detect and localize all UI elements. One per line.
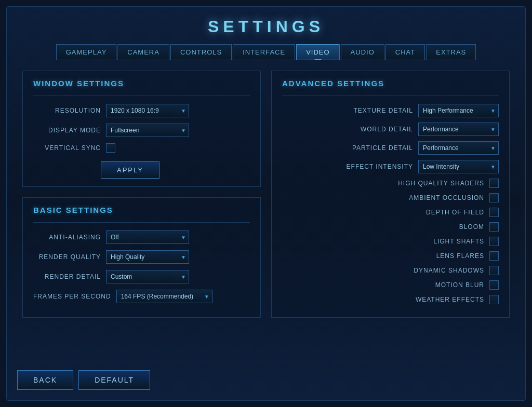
texture-detail-row: TEXTURE DETAIL High Performance xyxy=(282,104,499,117)
resolution-label: RESOLUTION xyxy=(33,107,101,114)
weather-effects-row: WEATHER EFFECTS xyxy=(282,295,499,304)
particle-detail-dropdown-wrapper: Performance xyxy=(418,141,499,155)
resolution-dropdown[interactable]: 1920 x 1080 16:9 xyxy=(106,104,189,117)
render-detail-row: RENDER DETAIL Custom xyxy=(33,270,250,283)
render-detail-dropdown-wrapper: Custom xyxy=(106,270,189,283)
dynamic-shadows-checkbox[interactable] xyxy=(489,266,499,275)
default-button[interactable]: DEFAULT xyxy=(78,370,150,390)
particle-detail-dropdown[interactable]: Performance xyxy=(418,141,499,155)
back-button[interactable]: BACK xyxy=(17,370,73,390)
bloom-label: BLOOM xyxy=(401,223,484,230)
left-panel: WINDOW SETTINGS RESOLUTION 1920 x 1080 1… xyxy=(22,71,261,318)
effect-intensity-dropdown[interactable]: Low Intensity xyxy=(418,160,499,173)
effect-intensity-dropdown-wrapper: Low Intensity xyxy=(418,160,499,173)
texture-detail-dropdown-wrapper: High Performance xyxy=(418,104,499,117)
fps-row: FRAMES PER SECOND 164 FPS (Recommended) xyxy=(33,290,250,303)
bloom-row: BLOOM xyxy=(282,222,499,232)
lens-flares-row: LENS FLARES xyxy=(282,251,499,261)
depth-of-field-label: DEPTH OF FIELD xyxy=(401,209,484,216)
apply-button[interactable]: APPLY xyxy=(101,161,159,179)
tab-controls[interactable]: CONTROLS xyxy=(170,44,232,60)
effect-intensity-label: EFFECT INTENSITY xyxy=(330,163,413,170)
vertical-sync-checkbox-wrapper xyxy=(106,143,115,153)
high-quality-shaders-checkbox[interactable] xyxy=(489,179,499,188)
depth-of-field-row: DEPTH OF FIELD xyxy=(282,208,499,217)
lens-flares-label: LENS FLARES xyxy=(401,252,484,260)
high-quality-shaders-row: HIGH QUALITY SHADERS xyxy=(282,179,499,188)
resolution-dropdown-wrapper: 1920 x 1080 16:9 xyxy=(106,104,189,117)
anti-aliasing-label: ANTI-ALIASING xyxy=(33,234,101,241)
effect-intensity-row: EFFECT INTENSITY Low Intensity xyxy=(282,160,499,173)
basic-settings-section: BASIC SETTINGS ANTI-ALIASING Off RENDER … xyxy=(22,197,261,318)
resolution-row: RESOLUTION 1920 x 1080 16:9 xyxy=(33,104,250,117)
ambient-occlusion-checkbox[interactable] xyxy=(489,193,499,202)
window-settings-section: WINDOW SETTINGS RESOLUTION 1920 x 1080 1… xyxy=(22,71,261,187)
weather-effects-checkbox[interactable] xyxy=(489,295,499,304)
content-area: WINDOW SETTINGS RESOLUTION 1920 x 1080 1… xyxy=(17,71,515,318)
render-quality-dropdown[interactable]: High Quality xyxy=(106,250,189,264)
lens-flares-checkbox[interactable] xyxy=(489,251,499,261)
anti-aliasing-dropdown[interactable]: Off xyxy=(106,230,189,244)
basic-settings-title: BASIC SETTINGS xyxy=(33,206,250,214)
texture-detail-label: TEXTURE DETAIL xyxy=(330,107,413,114)
light-shafts-checkbox[interactable] xyxy=(489,237,499,246)
window-settings-title: WINDOW SETTINGS xyxy=(33,79,250,88)
render-quality-dropdown-wrapper: High Quality xyxy=(106,250,189,264)
display-mode-dropdown-wrapper: Fullscreen xyxy=(106,124,189,137)
light-shafts-label: LIGHT SHAFTS xyxy=(401,238,484,245)
render-detail-label: RENDER DETAIL xyxy=(33,273,101,280)
bottom-buttons: BACK DEFAULT xyxy=(17,370,150,390)
render-detail-dropdown[interactable]: Custom xyxy=(106,270,189,283)
vertical-sync-checkbox[interactable] xyxy=(106,143,115,153)
tab-audio[interactable]: AUDIO xyxy=(341,44,384,60)
tab-interface[interactable]: INTERFACE xyxy=(233,44,295,60)
world-detail-label: WORLD DETAIL xyxy=(330,126,413,133)
bloom-checkbox[interactable] xyxy=(489,222,499,232)
ambient-occlusion-row: AMBIENT OCCLUSION xyxy=(282,193,499,202)
tab-video[interactable]: VIDEO xyxy=(296,44,339,60)
apply-button-row: APPLY xyxy=(33,159,250,179)
tab-camera[interactable]: CAMERA xyxy=(117,44,169,60)
anti-aliasing-dropdown-wrapper: Off xyxy=(106,230,189,244)
motion-blur-row: MOTION BLUR xyxy=(282,280,499,290)
advanced-settings-section: ADVANCED SETTINGS TEXTURE DETAIL High Pe… xyxy=(271,71,510,318)
dynamic-shadows-label: DYNAMIC SHADOWS xyxy=(401,267,484,274)
motion-blur-label: MOTION BLUR xyxy=(401,281,484,289)
particle-detail-row: PARTICLE DETAIL Performance xyxy=(282,141,499,155)
world-detail-dropdown-wrapper: Performance xyxy=(418,123,499,136)
display-mode-row: DISPLAY MODE Fullscreen xyxy=(33,124,250,137)
ambient-occlusion-label: AMBIENT OCCLUSION xyxy=(401,194,484,201)
fps-dropdown-wrapper: 164 FPS (Recommended) xyxy=(116,290,212,303)
vertical-sync-label: VERTICAL SYNC xyxy=(33,144,101,152)
fps-dropdown[interactable]: 164 FPS (Recommended) xyxy=(116,290,212,303)
display-mode-dropdown[interactable]: Fullscreen xyxy=(106,124,189,137)
render-quality-row: RENDER QUALITY High Quality xyxy=(33,250,250,264)
settings-panel: SETTINGS GAMEPLAY CAMERA CONTROLS INTERF… xyxy=(6,6,526,401)
high-quality-shaders-label: HIGH QUALITY SHADERS xyxy=(398,180,484,187)
fps-label: FRAMES PER SECOND xyxy=(33,293,111,300)
right-panel: ADVANCED SETTINGS TEXTURE DETAIL High Pe… xyxy=(271,71,510,318)
display-mode-label: DISPLAY MODE xyxy=(33,127,101,134)
dynamic-shadows-row: DYNAMIC SHADOWS xyxy=(282,266,499,275)
weather-effects-label: WEATHER EFFECTS xyxy=(401,296,484,303)
world-detail-dropdown[interactable]: Performance xyxy=(418,123,499,136)
light-shafts-row: LIGHT SHAFTS xyxy=(282,237,499,246)
depth-of-field-checkbox[interactable] xyxy=(489,208,499,217)
tabs-row: GAMEPLAY CAMERA CONTROLS INTERFACE VIDEO… xyxy=(17,44,515,60)
vertical-sync-row: VERTICAL SYNC xyxy=(33,143,250,153)
advanced-settings-title: ADVANCED SETTINGS xyxy=(282,79,499,88)
render-quality-label: RENDER QUALITY xyxy=(33,253,101,261)
world-detail-row: WORLD DETAIL Performance xyxy=(282,123,499,136)
motion-blur-checkbox[interactable] xyxy=(489,280,499,290)
texture-detail-dropdown[interactable]: High Performance xyxy=(418,104,499,117)
tab-gameplay[interactable]: GAMEPLAY xyxy=(56,44,117,60)
particle-detail-label: PARTICLE DETAIL xyxy=(330,144,413,152)
tab-extras[interactable]: EXTRAS xyxy=(426,44,476,60)
tab-chat[interactable]: CHAT xyxy=(385,44,425,60)
page-title: SETTINGS xyxy=(17,12,515,44)
anti-aliasing-row: ANTI-ALIASING Off xyxy=(33,230,250,244)
